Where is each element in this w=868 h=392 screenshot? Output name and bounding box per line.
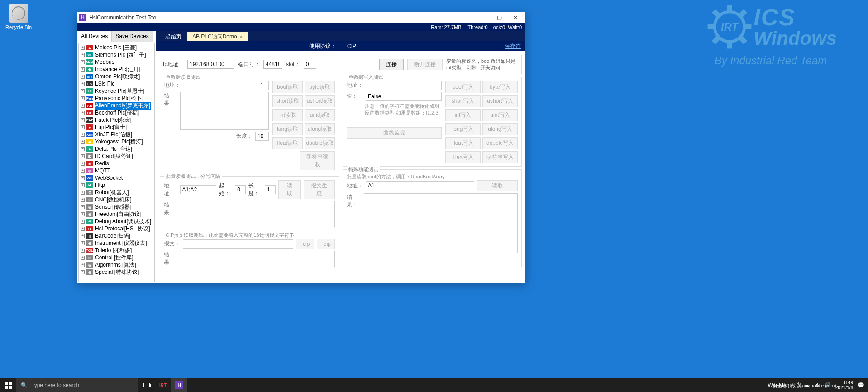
expand-icon[interactable]: + xyxy=(81,249,85,253)
expand-icon[interactable]: + xyxy=(81,205,85,209)
tree-item[interactable]: +HHsl Protocal[HSL 协议] xyxy=(79,225,154,232)
tree-item[interactable]: +HHttp xyxy=(79,182,154,189)
expand-icon[interactable]: + xyxy=(81,191,85,195)
tree-item[interactable]: +▲Melsec Plc [三菱] xyxy=(79,44,154,51)
tree-item[interactable]: +◎Control [控件库] xyxy=(79,254,154,261)
write-type-button[interactable]: long写入 xyxy=(445,123,481,135)
titlebar[interactable]: H HslCommunication Test Tool — ▢ ✕ xyxy=(77,12,525,23)
tree-item[interactable]: +■Redis xyxy=(79,160,154,167)
sr-len-input[interactable] xyxy=(255,132,269,141)
device-tree[interactable]: +▲Melsec Plc [三菱]+SIESiemens Plc [西门子]+M… xyxy=(78,43,155,282)
expand-icon[interactable]: + xyxy=(81,118,85,122)
tree-item[interactable]: +WSWebSocket xyxy=(79,174,154,182)
notifications-button[interactable]: 💬 xyxy=(858,382,864,388)
expand-icon[interactable]: + xyxy=(81,82,85,86)
sr-string-read-button[interactable]: 字符串读取 xyxy=(300,151,335,170)
tree-item[interactable]: +ψMQTT xyxy=(79,167,154,174)
tree-item[interactable]: +●Fuji Plc[富士] xyxy=(79,124,154,131)
sw-val-input[interactable] xyxy=(366,92,442,101)
minimize-button[interactable]: — xyxy=(475,13,491,22)
maximize-button[interactable]: ▢ xyxy=(491,13,507,22)
sp-result[interactable] xyxy=(364,193,518,253)
tab-start-page[interactable]: 起始页 xyxy=(160,32,187,41)
tree-item[interactable]: +TOLToledo [托利多] xyxy=(79,247,154,254)
write-type-button[interactable]: ushort写入 xyxy=(482,95,518,107)
tree-item[interactable]: +XINXinJE Plc[信捷] xyxy=(79,131,154,138)
expand-icon[interactable]: + xyxy=(81,162,85,166)
expand-icon[interactable]: + xyxy=(81,270,85,274)
br-gen-button[interactable]: 报文生成 xyxy=(304,180,335,199)
tree-item[interactable]: +SIESiemens Plc [西门子] xyxy=(79,51,154,58)
tree-item[interactable]: +KKeyence Plc[基恩士] xyxy=(79,87,154,95)
slot-input[interactable] xyxy=(304,60,316,69)
tree-item[interactable]: +◎Algorithms [算法] xyxy=(79,261,154,268)
clock[interactable]: 8:49 2021/1/6 xyxy=(835,380,853,390)
tray-network-icon[interactable]: 🖧 xyxy=(814,382,820,388)
write-type-button[interactable]: double写入 xyxy=(482,137,518,149)
connect-button[interactable]: 连接 xyxy=(379,59,404,70)
write-type-button[interactable]: ulong写入 xyxy=(482,123,518,135)
ip-input[interactable] xyxy=(187,60,234,69)
write-type-button[interactable]: short写入 xyxy=(445,95,481,107)
sp-addr-input[interactable] xyxy=(366,181,474,190)
expand-icon[interactable]: + xyxy=(81,133,85,137)
tree-item[interactable]: +◎Freedom[自由协议] xyxy=(79,210,154,218)
close-icon[interactable]: × xyxy=(240,34,243,39)
write-type-button[interactable]: bool写入 xyxy=(445,81,481,93)
tray-cloud-icon[interactable]: ☁ xyxy=(804,382,810,388)
expand-icon[interactable]: + xyxy=(81,241,85,245)
expand-icon[interactable]: + xyxy=(81,212,85,216)
expand-icon[interactable]: + xyxy=(81,234,85,238)
sr-result[interactable] xyxy=(180,92,269,130)
cip-button[interactable]: cip xyxy=(296,239,314,249)
search-box[interactable]: 🔍 Type here to search xyxy=(16,378,138,392)
tree-item[interactable]: +▲Delta Plc [台达] xyxy=(79,145,154,153)
tab-all-devices[interactable]: All Devices xyxy=(77,31,112,42)
start-button[interactable] xyxy=(0,378,16,392)
tab-ab-plc[interactable]: AB PLC访问Demo × xyxy=(187,32,248,41)
cip-result[interactable] xyxy=(181,251,335,267)
tree-item[interactable]: +◎Special [特殊协议] xyxy=(79,268,154,276)
port-input[interactable] xyxy=(263,60,282,69)
read-type-button[interactable]: long读取 xyxy=(272,123,303,135)
tree-item[interactable]: +⚙Robot[机器人] xyxy=(79,189,154,196)
expand-icon[interactable]: + xyxy=(81,154,85,158)
tree-item[interactable]: +FATFatek Plc[永宏] xyxy=(79,116,154,124)
write-type-button[interactable]: byte写入 xyxy=(482,81,518,93)
tree-item[interactable]: +◈Inovance Plc[汇川] xyxy=(79,66,154,73)
recycle-bin[interactable]: Recycle Bin xyxy=(3,4,34,30)
taskbar-app-1[interactable]: IRT xyxy=(155,378,171,392)
br-len-input[interactable] xyxy=(265,185,276,194)
sw-addr-input[interactable] xyxy=(366,81,442,90)
write-type-button[interactable]: Hex写入 xyxy=(445,151,481,163)
tree-item[interactable]: +LSLSis Plc xyxy=(79,80,154,87)
expand-icon[interactable]: + xyxy=(81,147,85,151)
tree-item[interactable]: +IDID Card[身份证] xyxy=(79,153,154,160)
write-type-button[interactable]: uint写入 xyxy=(482,109,518,121)
expand-icon[interactable]: + xyxy=(81,140,85,144)
disconnect-button[interactable]: 断开连接 xyxy=(407,59,443,70)
sr-count-input[interactable] xyxy=(258,81,269,90)
expand-icon[interactable]: + xyxy=(81,104,85,108)
tree-item[interactable]: +✳Debug About[调试技术] xyxy=(79,218,154,225)
expand-icon[interactable]: + xyxy=(81,198,85,202)
read-type-button[interactable]: ulong读取 xyxy=(305,123,335,135)
curve-monitor-button[interactable]: 曲线监视 xyxy=(347,127,442,139)
tree-item[interactable]: +ABAllenBrandly[罗克韦尔] xyxy=(79,102,154,109)
expand-icon[interactable]: + xyxy=(81,60,85,64)
expand-icon[interactable]: + xyxy=(81,263,85,267)
tree-item[interactable]: +◎Sensor[传感器] xyxy=(79,203,154,210)
tree-item[interactable]: +omOmron Plc[欧姆龙] xyxy=(79,73,154,80)
read-type-button[interactable]: short读取 xyxy=(272,95,303,107)
tray-volume-icon[interactable]: 🔊 xyxy=(824,382,831,388)
write-type-button[interactable]: int写入 xyxy=(445,109,481,121)
br-start-input[interactable] xyxy=(235,185,246,194)
expand-icon[interactable]: + xyxy=(81,53,85,57)
expand-icon[interactable]: + xyxy=(81,169,85,173)
tree-item[interactable]: +PanPanasonic Plc[松下] xyxy=(79,95,154,102)
br-read-button[interactable]: 读取 xyxy=(278,180,301,199)
read-type-button[interactable]: int读取 xyxy=(272,109,303,121)
task-view-button[interactable] xyxy=(138,378,155,392)
write-type-button[interactable]: 字符串写入 xyxy=(482,151,518,163)
write-type-button[interactable]: float写入 xyxy=(445,137,481,149)
